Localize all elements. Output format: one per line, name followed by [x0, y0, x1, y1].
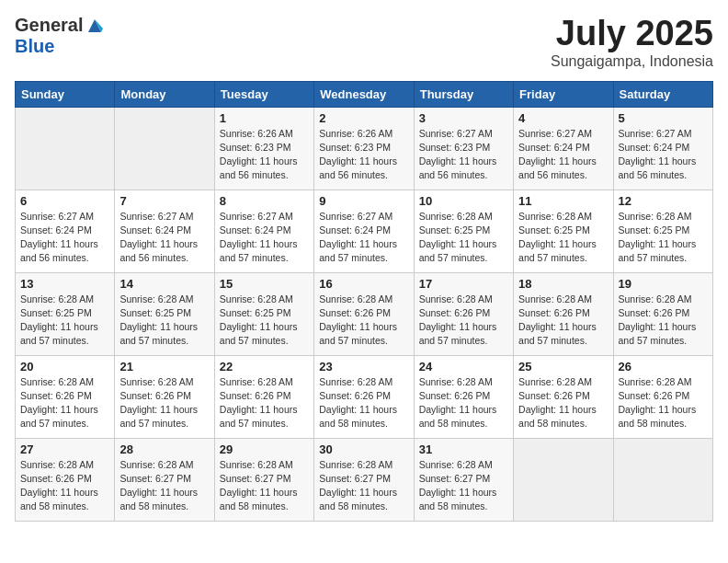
calendar-cell: 22Sunrise: 6:28 AMSunset: 6:26 PMDayligh… [214, 355, 313, 438]
day-number: 18 [518, 277, 608, 291]
day-info: Sunrise: 6:28 AMSunset: 6:26 PMDaylight:… [119, 375, 209, 431]
weekday-header-saturday: Saturday [613, 81, 712, 107]
calendar-cell: 26Sunrise: 6:28 AMSunset: 6:26 PMDayligh… [613, 355, 712, 438]
calendar-cell [115, 107, 214, 190]
calendar-cell [16, 107, 115, 190]
calendar-cell: 29Sunrise: 6:28 AMSunset: 6:27 PMDayligh… [214, 438, 313, 521]
day-number: 17 [419, 277, 508, 291]
week-row-1: 1Sunrise: 6:26 AMSunset: 6:23 PMDaylight… [16, 107, 713, 190]
day-number: 26 [619, 360, 708, 373]
day-info: Sunrise: 6:28 AMSunset: 6:25 PMDaylight:… [119, 293, 209, 349]
calendar-cell: 8Sunrise: 6:27 AMSunset: 6:24 PMDaylight… [214, 190, 313, 272]
day-number: 23 [319, 360, 408, 373]
day-info: Sunrise: 6:28 AMSunset: 6:27 PMDaylight:… [319, 458, 408, 514]
day-info: Sunrise: 6:28 AMSunset: 6:27 PMDaylight:… [119, 458, 209, 514]
day-info: Sunrise: 6:28 AMSunset: 6:25 PMDaylight:… [419, 210, 508, 266]
day-number: 31 [419, 442, 508, 456]
day-info: Sunrise: 6:28 AMSunset: 6:26 PMDaylight:… [20, 458, 109, 514]
day-number: 22 [220, 360, 309, 373]
calendar-cell: 6Sunrise: 6:27 AMSunset: 6:24 PMDaylight… [16, 190, 115, 272]
calendar-cell: 7Sunrise: 6:27 AMSunset: 6:24 PMDaylight… [115, 190, 214, 272]
logo-blue-text: Blue [15, 36, 54, 56]
day-number: 14 [119, 277, 209, 291]
calendar-cell: 2Sunrise: 6:26 AMSunset: 6:23 PMDaylight… [314, 107, 414, 190]
calendar-cell: 30Sunrise: 6:28 AMSunset: 6:27 PMDayligh… [314, 438, 414, 521]
day-number: 4 [518, 111, 608, 125]
day-number: 16 [319, 277, 408, 291]
day-number: 21 [119, 360, 209, 373]
calendar-cell: 21Sunrise: 6:28 AMSunset: 6:26 PMDayligh… [115, 355, 214, 438]
day-number: 30 [319, 442, 408, 456]
calendar-cell: 18Sunrise: 6:28 AMSunset: 6:26 PMDayligh… [514, 272, 613, 355]
day-number: 5 [619, 111, 708, 125]
calendar-cell [514, 438, 613, 521]
week-row-2: 6Sunrise: 6:27 AMSunset: 6:24 PMDaylight… [16, 190, 713, 272]
day-number: 11 [518, 194, 608, 208]
day-info: Sunrise: 6:28 AMSunset: 6:25 PMDaylight:… [518, 210, 608, 266]
day-number: 6 [20, 194, 109, 208]
day-number: 13 [20, 277, 109, 291]
weekday-header-sunday: Sunday [16, 81, 115, 107]
day-number: 12 [619, 194, 708, 208]
day-info: Sunrise: 6:28 AMSunset: 6:26 PMDaylight:… [419, 375, 508, 431]
weekday-header-wednesday: Wednesday [314, 81, 414, 107]
day-info: Sunrise: 6:28 AMSunset: 6:27 PMDaylight:… [419, 458, 508, 514]
calendar-cell: 13Sunrise: 6:28 AMSunset: 6:25 PMDayligh… [16, 272, 115, 355]
calendar-cell: 19Sunrise: 6:28 AMSunset: 6:26 PMDayligh… [613, 272, 712, 355]
calendar-cell: 24Sunrise: 6:28 AMSunset: 6:26 PMDayligh… [414, 355, 513, 438]
day-info: Sunrise: 6:27 AMSunset: 6:24 PMDaylight:… [518, 127, 608, 183]
day-number: 20 [20, 360, 109, 373]
page-header: General Blue July 2025 Sungaigampa, Indo… [15, 15, 713, 70]
weekday-header-tuesday: Tuesday [214, 81, 313, 107]
calendar-cell: 17Sunrise: 6:28 AMSunset: 6:26 PMDayligh… [414, 272, 513, 355]
calendar-cell [613, 438, 712, 521]
logo-general-text: General [15, 15, 83, 36]
day-info: Sunrise: 6:28 AMSunset: 6:26 PMDaylight:… [220, 375, 309, 431]
logo-icon [85, 16, 105, 36]
day-info: Sunrise: 6:27 AMSunset: 6:24 PMDaylight:… [119, 210, 209, 266]
day-info: Sunrise: 6:28 AMSunset: 6:25 PMDaylight:… [220, 293, 309, 349]
day-number: 29 [220, 442, 309, 456]
weekday-header-friday: Friday [514, 81, 613, 107]
day-info: Sunrise: 6:28 AMSunset: 6:26 PMDaylight:… [619, 375, 708, 431]
week-row-4: 20Sunrise: 6:28 AMSunset: 6:26 PMDayligh… [16, 355, 713, 438]
day-number: 24 [419, 360, 508, 373]
day-info: Sunrise: 6:28 AMSunset: 6:26 PMDaylight:… [619, 293, 708, 349]
day-info: Sunrise: 6:28 AMSunset: 6:26 PMDaylight:… [319, 375, 408, 431]
calendar-cell: 23Sunrise: 6:28 AMSunset: 6:26 PMDayligh… [314, 355, 414, 438]
calendar-cell: 20Sunrise: 6:28 AMSunset: 6:26 PMDayligh… [16, 355, 115, 438]
calendar-table: SundayMondayTuesdayWednesdayThursdayFrid… [15, 81, 713, 522]
day-info: Sunrise: 6:28 AMSunset: 6:25 PMDaylight:… [619, 210, 708, 266]
day-info: Sunrise: 6:28 AMSunset: 6:26 PMDaylight:… [518, 293, 608, 349]
calendar-cell: 15Sunrise: 6:28 AMSunset: 6:25 PMDayligh… [214, 272, 313, 355]
calendar-cell: 4Sunrise: 6:27 AMSunset: 6:24 PMDaylight… [514, 107, 613, 190]
calendar-cell: 25Sunrise: 6:28 AMSunset: 6:26 PMDayligh… [514, 355, 613, 438]
day-info: Sunrise: 6:28 AMSunset: 6:26 PMDaylight:… [518, 375, 608, 431]
calendar-cell: 12Sunrise: 6:28 AMSunset: 6:25 PMDayligh… [613, 190, 712, 272]
day-info: Sunrise: 6:27 AMSunset: 6:24 PMDaylight:… [619, 127, 708, 183]
day-info: Sunrise: 6:27 AMSunset: 6:24 PMDaylight:… [220, 210, 309, 266]
day-info: Sunrise: 6:26 AMSunset: 6:23 PMDaylight:… [319, 127, 408, 183]
weekday-header-row: SundayMondayTuesdayWednesdayThursdayFrid… [16, 81, 713, 107]
calendar-cell: 9Sunrise: 6:27 AMSunset: 6:24 PMDaylight… [314, 190, 414, 272]
calendar-cell: 28Sunrise: 6:28 AMSunset: 6:27 PMDayligh… [115, 438, 214, 521]
title-block: July 2025 Sungaigampa, Indonesia [551, 15, 713, 70]
day-number: 15 [220, 277, 309, 291]
day-number: 10 [419, 194, 508, 208]
day-number: 7 [119, 194, 209, 208]
day-info: Sunrise: 6:28 AMSunset: 6:26 PMDaylight:… [20, 375, 109, 431]
day-number: 2 [319, 111, 408, 125]
calendar-cell: 14Sunrise: 6:28 AMSunset: 6:25 PMDayligh… [115, 272, 214, 355]
day-info: Sunrise: 6:28 AMSunset: 6:26 PMDaylight:… [419, 293, 508, 349]
calendar-cell: 1Sunrise: 6:26 AMSunset: 6:23 PMDaylight… [214, 107, 313, 190]
week-row-3: 13Sunrise: 6:28 AMSunset: 6:25 PMDayligh… [16, 272, 713, 355]
calendar-cell: 31Sunrise: 6:28 AMSunset: 6:27 PMDayligh… [414, 438, 513, 521]
calendar-cell: 10Sunrise: 6:28 AMSunset: 6:25 PMDayligh… [414, 190, 513, 272]
calendar-cell: 27Sunrise: 6:28 AMSunset: 6:26 PMDayligh… [16, 438, 115, 521]
calendar-cell: 3Sunrise: 6:27 AMSunset: 6:23 PMDaylight… [414, 107, 513, 190]
day-number: 25 [518, 360, 608, 373]
month-title: July 2025 [551, 15, 713, 53]
calendar-cell: 16Sunrise: 6:28 AMSunset: 6:26 PMDayligh… [314, 272, 414, 355]
weekday-header-thursday: Thursday [414, 81, 513, 107]
day-info: Sunrise: 6:28 AMSunset: 6:27 PMDaylight:… [220, 458, 309, 514]
